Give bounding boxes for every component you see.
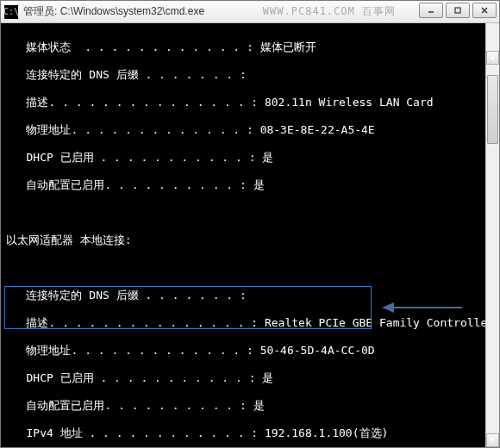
output-line — [6, 261, 494, 275]
svg-rect-1 — [455, 8, 460, 13]
scroll-up-button[interactable]: ▲ — [486, 51, 499, 65]
window-title: 管理员: C:\Windows\system32\cmd.exe — [23, 4, 204, 19]
output-line: DHCP 已启用 . . . . . . . . . . . : 是 — [6, 371, 494, 385]
output-line — [6, 206, 494, 220]
output-line: 物理地址. . . . . . . . . . . . . : 08-3E-8E… — [6, 123, 494, 137]
output-line: 描述. . . . . . . . . . . . . . . : 802.11… — [6, 96, 494, 109]
titlebar[interactable]: C:\ 管理员: C:\Windows\system32\cmd.exe WWW… — [1, 1, 499, 23]
window-controls — [419, 3, 497, 18]
app-icon: C:\ — [4, 5, 18, 19]
output-line: IPv4 地址 . . . . . . . . . . . . : 192.16… — [6, 426, 494, 440]
scroll-down-button[interactable]: ▼ — [486, 433, 499, 447]
cmd-window: C:\ 管理员: C:\Windows\system32\cmd.exe WWW… — [0, 0, 500, 448]
close-button[interactable] — [472, 3, 497, 18]
minimize-button[interactable] — [419, 3, 443, 18]
output-line: 物理地址. . . . . . . . . . . . . : 50-46-5D… — [6, 344, 494, 358]
scroll-thumb[interactable] — [487, 75, 498, 144]
output-line: 自动配置已启用. . . . . . . . . . : 是 — [6, 178, 494, 192]
adapter-header: 以太网适配器 本地连接: — [6, 233, 494, 247]
output-line: 连接特定的 DNS 后缀 . . . . . . . : — [6, 289, 494, 302]
maximize-button[interactable] — [446, 3, 470, 18]
vertical-scrollbar[interactable]: ▲ ▼ — [485, 23, 499, 447]
output-line: DHCP 已启用 . . . . . . . . . . . : 是 — [6, 151, 494, 165]
svg-marker-5 — [382, 302, 394, 313]
console-output[interactable]: 媒体状态 . . . . . . . . . . . . : 媒体已断开 连接特… — [1, 23, 499, 447]
output-line: 连接特定的 DNS 后缀 . . . . . . . : — [6, 68, 494, 82]
watermark-text: WWW.PC841.COM 百事网 — [263, 4, 396, 19]
output-line: 自动配置已启用. . . . . . . . . . : 是 — [6, 399, 494, 413]
output-line: 描述. . . . . . . . . . . . . . . : Realte… — [6, 316, 494, 330]
output-line: 媒体状态 . . . . . . . . . . . . : 媒体已断开 — [6, 40, 494, 54]
